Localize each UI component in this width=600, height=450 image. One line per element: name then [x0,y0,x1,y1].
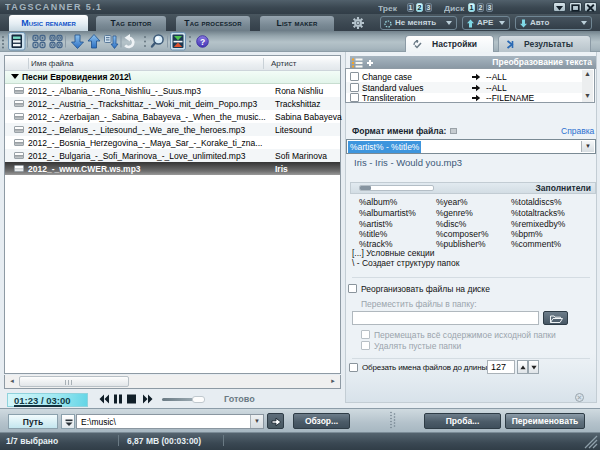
svg-text:?: ? [200,37,205,47]
